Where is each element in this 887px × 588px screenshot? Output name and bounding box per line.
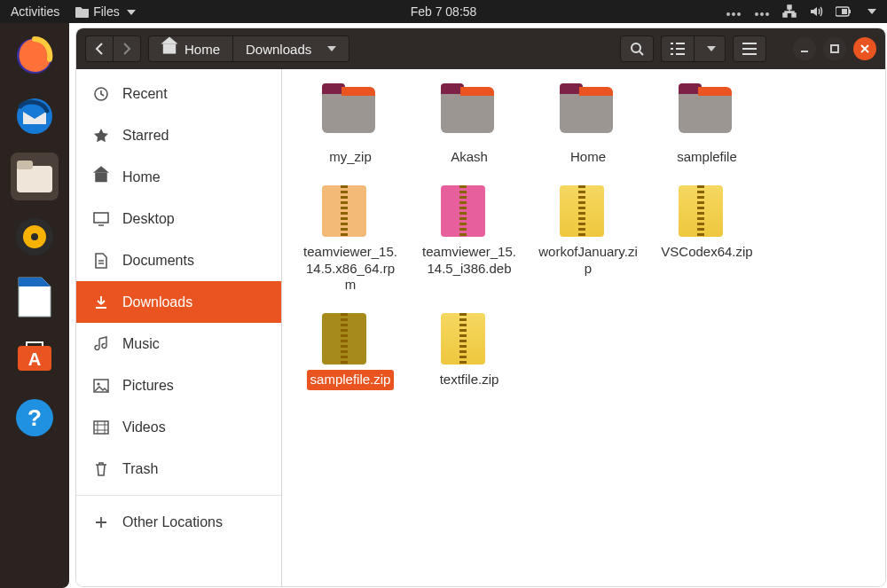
clock-icon xyxy=(92,86,110,102)
battery-icon[interactable] xyxy=(836,6,852,17)
folder-icon xyxy=(322,90,379,142)
desktop-icon xyxy=(92,212,110,226)
file-item[interactable]: samplefile.zip xyxy=(291,313,410,390)
plus-icon xyxy=(92,515,110,529)
clock[interactable]: Feb 7 08:58 xyxy=(411,4,477,19)
chevron-down-icon xyxy=(707,46,716,51)
file-item[interactable]: teamviewer_15.14.5.x86_64.rpm xyxy=(291,185,410,295)
svg-rect-4 xyxy=(849,10,851,13)
sidebar-item-recent[interactable]: Recent xyxy=(76,73,281,114)
download-icon xyxy=(92,294,110,310)
nav-back-forward xyxy=(85,35,141,62)
svg-rect-9 xyxy=(17,161,33,169)
svg-text:?: ? xyxy=(27,404,42,431)
file-label: teamviewer_15.14.5.x86_64.rpm xyxy=(297,242,404,295)
svg-rect-8 xyxy=(17,166,52,192)
file-item[interactable]: samplefile xyxy=(648,90,766,168)
volume-icon[interactable] xyxy=(809,4,823,19)
search-button[interactable] xyxy=(620,35,654,62)
system-menu-chevron-icon[interactable] xyxy=(867,9,876,14)
file-item[interactable]: workofJanuary.zip xyxy=(529,185,648,295)
folder-icon xyxy=(441,90,498,142)
file-label: samplefile.zip xyxy=(307,370,395,390)
files-window: Home Downloads RecentStarred xyxy=(76,28,885,586)
svg-rect-2 xyxy=(792,13,796,17)
view-dropdown-button[interactable] xyxy=(694,35,726,62)
maximize-button[interactable] xyxy=(823,37,846,60)
top-panel: Activities Files Feb 7 08:58 xyxy=(0,0,887,23)
app-indicator[interactable]: Files xyxy=(75,4,135,19)
zip-icon xyxy=(560,185,616,237)
svg-text:A: A xyxy=(28,349,41,369)
back-button[interactable] xyxy=(85,35,113,62)
file-grid: my_zipAkashHomesamplefileteamviewer_15.1… xyxy=(282,69,885,586)
svg-rect-5 xyxy=(842,9,847,14)
sidebar-item-videos[interactable]: Videos xyxy=(76,406,281,448)
breadcrumb-current[interactable]: Downloads xyxy=(233,35,349,62)
sidebar-item-label: Desktop xyxy=(122,211,175,227)
deb-icon xyxy=(441,185,498,237)
minimize-button[interactable] xyxy=(793,37,816,60)
dock-thunderbird[interactable] xyxy=(11,92,59,140)
svg-point-12 xyxy=(31,233,38,240)
svg-rect-0 xyxy=(788,5,791,9)
zip-olive-icon xyxy=(322,313,379,365)
trash-icon xyxy=(92,461,110,477)
file-label: Akash xyxy=(447,147,491,168)
sidebar-item-label: Home xyxy=(122,169,161,185)
breadcrumb-home[interactable]: Home xyxy=(148,35,233,62)
file-label: textfile.zip xyxy=(436,370,503,390)
dock-help[interactable]: ? xyxy=(11,394,59,442)
svg-point-22 xyxy=(97,382,99,385)
sidebar-other-locations[interactable]: Other Locations xyxy=(76,501,281,543)
dock-software[interactable]: A xyxy=(11,333,59,381)
chevron-down-icon xyxy=(127,10,136,15)
dock: A ? xyxy=(0,23,69,588)
network-icon[interactable] xyxy=(782,4,797,19)
breadcrumb-current-label: Downloads xyxy=(246,42,311,57)
file-item[interactable]: Home xyxy=(529,90,648,168)
picture-icon xyxy=(92,379,110,393)
close-button[interactable] xyxy=(853,37,876,60)
sidebar-item-label: Starred xyxy=(122,128,169,144)
zip-icon xyxy=(679,185,735,237)
sidebar-item-label: Pictures xyxy=(122,378,174,394)
forward-button[interactable] xyxy=(113,35,141,62)
dock-libreoffice[interactable] xyxy=(11,273,59,321)
dock-firefox[interactable] xyxy=(11,32,59,80)
tray-indicator-2[interactable] xyxy=(754,4,770,19)
activities-button[interactable]: Activities xyxy=(11,4,59,19)
chevron-down-icon xyxy=(327,46,336,51)
file-item[interactable]: Akash xyxy=(410,90,529,168)
folder-icon xyxy=(679,90,735,142)
sidebar-item-starred[interactable]: Starred xyxy=(76,114,281,156)
video-icon xyxy=(92,420,110,435)
sidebar: RecentStarredHomeDesktopDocumentsDownloa… xyxy=(76,69,282,586)
file-label: Home xyxy=(567,147,609,168)
sidebar-item-desktop[interactable]: Desktop xyxy=(76,198,281,239)
file-item[interactable]: textfile.zip xyxy=(410,313,529,390)
doc-icon xyxy=(92,253,110,269)
sidebar-item-home[interactable]: Home xyxy=(76,156,281,198)
file-item[interactable]: teamviewer_15.14.5_i386.deb xyxy=(410,185,529,295)
svg-rect-18 xyxy=(831,45,838,52)
sidebar-item-label: Downloads xyxy=(122,294,192,310)
sidebar-item-trash[interactable]: Trash xyxy=(76,448,281,490)
sidebar-item-music[interactable]: Music xyxy=(76,323,281,365)
app-indicator-label: Files xyxy=(93,4,120,19)
view-list-button[interactable] xyxy=(661,35,694,62)
svg-rect-1 xyxy=(783,13,787,17)
breadcrumb-home-label: Home xyxy=(184,42,220,57)
file-item[interactable]: my_zip xyxy=(291,90,410,168)
sidebar-item-downloads[interactable]: Downloads xyxy=(76,281,281,323)
sidebar-item-pictures[interactable]: Pictures xyxy=(76,365,281,406)
sidebar-item-documents[interactable]: Documents xyxy=(76,239,281,281)
dock-files[interactable] xyxy=(11,153,59,200)
dock-rhythmbox[interactable] xyxy=(11,213,59,261)
hamburger-icon xyxy=(742,43,757,55)
tray-indicator-1[interactable] xyxy=(726,4,742,19)
maximize-icon xyxy=(829,43,840,54)
hamburger-menu-button[interactable] xyxy=(733,35,766,62)
file-item[interactable]: VSCodex64.zip xyxy=(648,185,766,295)
list-icon xyxy=(671,43,685,55)
